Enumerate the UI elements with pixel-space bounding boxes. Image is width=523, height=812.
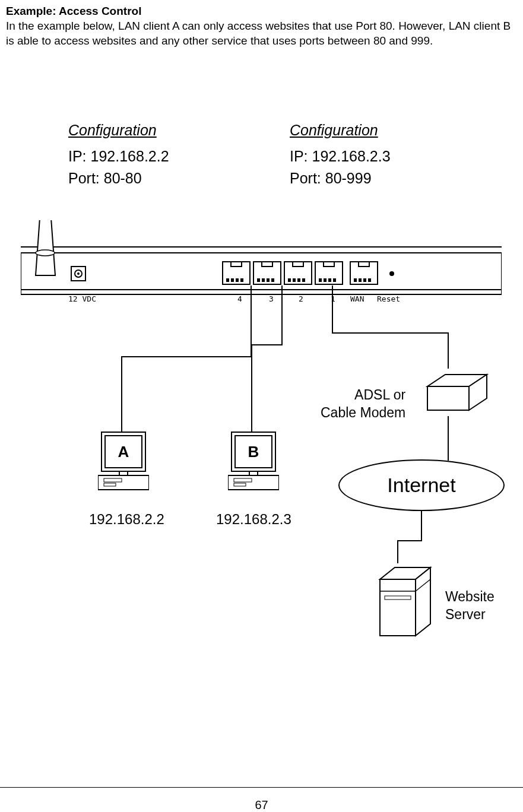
client-b-letter: B (248, 443, 259, 461)
svg-point-37 (389, 271, 394, 276)
config-b-ip: IP: 192.168.2.3 (290, 145, 391, 168)
svg-rect-10 (231, 278, 234, 282)
svg-rect-48 (234, 478, 252, 482)
svg-rect-11 (236, 278, 239, 282)
server-label-2: Server (445, 607, 486, 622)
config-a-label: Configuration (68, 119, 169, 142)
client-b-icon: B (228, 431, 279, 496)
internet-label: Internet (387, 474, 455, 497)
config-a-port: Port: 80-80 (68, 167, 169, 190)
svg-rect-23 (297, 278, 300, 282)
svg-rect-20 (293, 262, 303, 267)
port-label-reset: Reset (377, 294, 400, 303)
port-label-4: 4 (237, 294, 242, 303)
example-description: In the example below, LAN client A can o… (6, 19, 517, 48)
port-label-2: 2 (299, 294, 303, 303)
svg-rect-12 (240, 278, 243, 282)
svg-rect-27 (319, 278, 322, 282)
svg-rect-36 (368, 278, 371, 282)
port-label-3: 3 (269, 294, 274, 303)
svg-rect-26 (324, 262, 334, 267)
internet-cloud: Internet (338, 459, 505, 511)
modem-label: ADSL or Cable Modem (321, 386, 405, 422)
svg-point-3 (36, 250, 55, 256)
example-title: Example: Access Control (6, 5, 517, 18)
page-number: 67 (255, 798, 268, 811)
svg-rect-21 (288, 278, 291, 282)
modem-label-1: ADSL or (354, 387, 405, 402)
config-block-a: Configuration IP: 192.168.2.2 Port: 80-8… (68, 119, 169, 190)
port-label-power: 12 VDC (68, 294, 96, 303)
server-icon (374, 562, 439, 645)
svg-rect-34 (359, 278, 362, 282)
network-diagram: Configuration IP: 192.168.2.2 Port: 80-8… (6, 72, 516, 665)
config-block-b: Configuration IP: 192.168.2.3 Port: 80-9… (290, 119, 391, 190)
modem-label-2: Cable Modem (321, 405, 405, 420)
client-a-icon: A (98, 431, 149, 496)
config-b-label: Configuration (290, 119, 391, 142)
client-a-letter: A (118, 443, 129, 461)
svg-rect-40 (98, 475, 149, 490)
svg-rect-16 (262, 278, 265, 282)
server-label-1: Website (445, 589, 495, 604)
svg-rect-54 (385, 596, 411, 600)
svg-rect-17 (267, 278, 270, 282)
svg-rect-29 (328, 278, 331, 282)
svg-rect-8 (231, 262, 242, 267)
svg-rect-30 (333, 278, 336, 282)
client-a-ip: 192.168.2.2 (89, 511, 164, 528)
svg-rect-32 (359, 262, 369, 267)
svg-rect-41 (104, 478, 122, 482)
router-icon (21, 220, 502, 297)
svg-rect-33 (354, 278, 357, 282)
svg-rect-49 (234, 483, 246, 486)
svg-rect-18 (271, 278, 274, 282)
config-a-ip: IP: 192.168.2.2 (68, 145, 169, 168)
svg-point-6 (77, 272, 80, 275)
svg-rect-2 (21, 290, 502, 294)
config-b-port: Port: 80-999 (290, 167, 391, 190)
svg-rect-22 (293, 278, 296, 282)
port-label-wan: WAN (350, 294, 364, 303)
page-footer: 67 (0, 787, 523, 812)
svg-rect-28 (324, 278, 327, 282)
svg-rect-15 (257, 278, 260, 282)
server-label: Website Server (445, 588, 495, 624)
port-label-1: 1 (331, 294, 335, 303)
modem-icon (421, 369, 493, 422)
svg-rect-14 (262, 262, 272, 267)
svg-rect-47 (228, 475, 279, 490)
svg-rect-35 (363, 278, 366, 282)
svg-rect-42 (104, 483, 116, 486)
svg-rect-9 (226, 278, 229, 282)
client-b-ip: 192.168.2.3 (216, 511, 291, 528)
svg-rect-24 (302, 278, 305, 282)
